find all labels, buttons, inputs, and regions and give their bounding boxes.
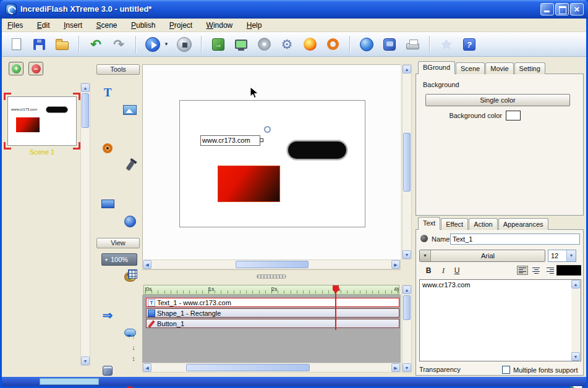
tab-effect[interactable]: Effect (441, 218, 468, 230)
zoom-dropdown[interactable]: ▼ 100% (101, 253, 137, 266)
scrollbar-thumb[interactable] (403, 295, 411, 320)
tab-movie[interactable]: Movie (485, 62, 513, 74)
reorder-tracks-icon[interactable]: ↕ (129, 355, 138, 363)
scroll-left-icon[interactable]: ◀ (143, 363, 151, 372)
build-settings-icon[interactable] (279, 36, 295, 53)
scrollbar-thumb[interactable] (186, 364, 310, 371)
undo-icon[interactable] (88, 36, 104, 53)
tab-bground[interactable]: BGround (418, 61, 455, 74)
menu-window[interactable]: Window (201, 19, 239, 32)
maximize-button[interactable] (555, 3, 569, 15)
menu-insert[interactable]: Insert (58, 19, 88, 32)
align-right-icon[interactable] (544, 266, 555, 275)
scroll-down-icon[interactable]: ▼ (571, 352, 580, 361)
help-icon[interactable] (461, 36, 477, 53)
menu-publish[interactable]: Publish (126, 19, 161, 32)
fill-type-dropdown[interactable]: Single color (425, 94, 570, 106)
import-media-icon[interactable] (210, 36, 226, 53)
tools-header[interactable]: Tools (96, 64, 140, 75)
view-header[interactable]: View (96, 238, 140, 248)
menu-edit[interactable]: Edit (32, 19, 56, 32)
timeline-track-shape[interactable]: Shape_1 - Rectangle (146, 308, 399, 318)
timeline-ruler[interactable]: 0s 1s 2s 3s 4s (143, 285, 399, 295)
export-movie-icon[interactable] (233, 36, 249, 53)
close-button[interactable] (570, 3, 584, 15)
menu-scene[interactable]: Scene (90, 19, 122, 32)
ellipse-tool-icon[interactable] (121, 213, 138, 230)
target-tool-icon[interactable] (99, 140, 116, 157)
print-icon[interactable] (404, 36, 420, 53)
canvas-text-object[interactable]: www.cr173.com (200, 135, 260, 146)
tab-action[interactable]: Action (469, 218, 498, 230)
tab-text[interactable]: Text (418, 217, 440, 230)
background-color-swatch[interactable] (506, 111, 521, 120)
move-track-down-icon[interactable]: ↓ (129, 344, 138, 352)
scroll-up-icon[interactable]: ▲ (403, 285, 411, 294)
timeline-vscrollbar[interactable]: ▲ ▼ (402, 285, 412, 373)
burn-cd-icon[interactable] (256, 36, 272, 53)
scrollbar-thumb[interactable] (403, 133, 411, 192)
menu-project[interactable]: Project (164, 19, 198, 32)
new-document-icon[interactable] (8, 36, 24, 53)
rectangle-tool-icon[interactable] (99, 195, 116, 213)
fire-effect-icon[interactable] (302, 36, 318, 53)
image-tool-icon[interactable] (121, 101, 138, 119)
scroll-right-icon[interactable]: ▶ (391, 260, 400, 269)
fit-grid-icon[interactable] (128, 269, 137, 279)
font-family-dropdown[interactable]: ▼ Arial (419, 250, 545, 262)
airbrush-tool-icon[interactable] (121, 157, 138, 174)
ring-effect-icon[interactable] (325, 36, 341, 53)
tab-scene[interactable]: Scene (456, 62, 485, 74)
underline-button[interactable]: U (451, 265, 462, 276)
scroll-up-icon[interactable]: ▲ (403, 65, 411, 74)
name-input[interactable] (450, 234, 580, 245)
stage[interactable] (179, 100, 365, 227)
scroll-down-icon[interactable]: ▼ (403, 363, 411, 372)
canvas-rectangle-object[interactable] (218, 166, 280, 202)
favorites-icon[interactable] (438, 36, 454, 53)
rotate-handle-icon[interactable] (264, 126, 271, 133)
align-center-icon[interactable] (530, 266, 542, 275)
canvas-vscrollbar[interactable]: ▲ ▼ (402, 64, 412, 259)
scrollbar-thumb[interactable] (236, 261, 309, 268)
preview-browser-icon[interactable] (381, 36, 398, 53)
text-tool-icon[interactable] (99, 84, 116, 101)
text-editor-scrollbar[interactable]: ▲ ▼ (571, 280, 581, 361)
canvas-button-object[interactable] (287, 140, 347, 160)
timeline-track-button[interactable]: Button_1 (146, 319, 399, 328)
text-color-swatch[interactable] (556, 265, 581, 276)
menu-files[interactable]: Files (2, 19, 28, 32)
timeline-hscrollbar[interactable]: ◀ ▶ (142, 363, 401, 373)
scroll-up-icon[interactable]: ▲ (571, 280, 580, 289)
tab-setting[interactable]: Setting (514, 62, 545, 74)
selection-handle[interactable] (260, 138, 263, 142)
move-track-up-icon[interactable]: ↑ (129, 332, 138, 341)
publish-web-icon[interactable] (359, 36, 375, 53)
stop-icon[interactable] (176, 36, 192, 53)
add-scene-button[interactable] (9, 62, 23, 75)
font-size-dropdown[interactable]: 12 ▼ (548, 250, 576, 262)
italic-button[interactable]: I (438, 265, 449, 276)
align-left-icon[interactable] (517, 266, 528, 275)
scenes-scrollbar[interactable]: ▲ ▼ (80, 83, 90, 366)
splitter-grip[interactable] (257, 274, 286, 279)
play-options-caret-icon[interactable] (164, 41, 169, 47)
scroll-right-icon[interactable]: ▶ (391, 363, 400, 372)
redo-icon[interactable] (111, 36, 127, 53)
tab-appearances[interactable]: Appearances (498, 218, 548, 230)
scroll-up-icon[interactable]: ▲ (81, 83, 90, 92)
remove-scene-button[interactable] (28, 62, 43, 75)
timeline-track-text[interactable]: Text_1 - www.cr173.com (146, 298, 399, 307)
minimize-button[interactable] (540, 3, 554, 15)
menu-help[interactable]: Help (241, 19, 268, 32)
play-preview-icon[interactable] (145, 36, 161, 53)
save-icon[interactable] (31, 36, 47, 53)
title-bar[interactable]: IncrediFlash XTreme 3.0 - untitled* (0, 0, 588, 19)
text-content-editor[interactable]: www.cr173.com ▲ ▼ (419, 279, 581, 361)
scroll-down-icon[interactable]: ▼ (81, 356, 90, 365)
bold-button[interactable]: B (423, 265, 434, 276)
scrollbar-thumb[interactable] (82, 93, 89, 128)
open-folder-icon[interactable] (54, 36, 70, 53)
canvas-hscrollbar[interactable]: ◀ ▶ (142, 259, 401, 269)
arrow-tool-icon[interactable] (99, 306, 116, 324)
